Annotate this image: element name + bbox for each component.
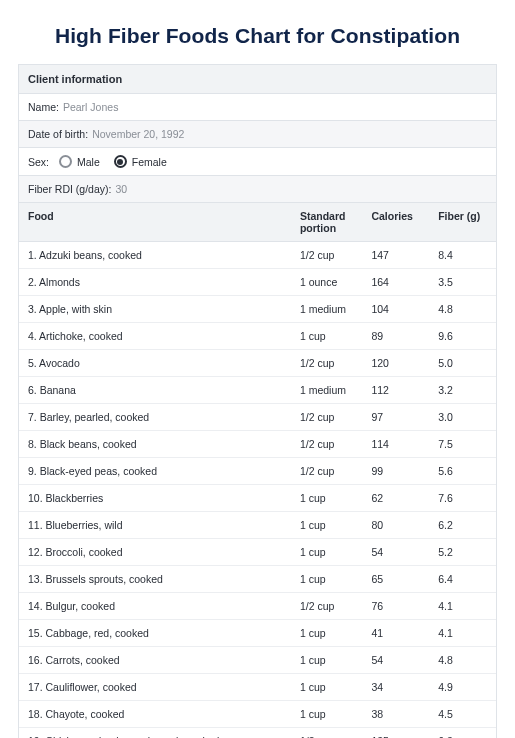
foods-table: Food Standard portion Calories Fiber (g)…	[19, 203, 496, 738]
cell-fiber: 3.5	[429, 269, 496, 296]
table-row: 3. Apple, with skin1 medium1044.8	[19, 296, 496, 323]
table-row: 8. Black beans, cooked1/2 cup1147.5	[19, 431, 496, 458]
cell-calories: 34	[362, 674, 429, 701]
table-row: 2. Almonds1 ounce1643.5	[19, 269, 496, 296]
cell-portion: 1 medium	[291, 377, 363, 404]
cell-calories: 76	[362, 593, 429, 620]
cell-fiber: 4.1	[429, 620, 496, 647]
client-sex-row: Sex: Male Female	[19, 148, 496, 176]
cell-food: 16. Carrots, cooked	[19, 647, 291, 674]
cell-fiber: 5.6	[429, 458, 496, 485]
cell-calories: 41	[362, 620, 429, 647]
cell-food: 13. Brussels sprouts, cooked	[19, 566, 291, 593]
cell-food: 3. Apple, with skin	[19, 296, 291, 323]
table-row: 4. Artichoke, cooked1 cup899.6	[19, 323, 496, 350]
radio-dot-icon	[117, 159, 123, 165]
name-label: Name:	[28, 101, 59, 113]
table-row: 19. Chickpeas (garbanzo beans), cooked1/…	[19, 728, 496, 739]
cell-calories: 65	[362, 566, 429, 593]
dob-label: Date of birth:	[28, 128, 88, 140]
cell-fiber: 7.6	[429, 485, 496, 512]
cell-calories: 62	[362, 485, 429, 512]
cell-portion: 1/2 cup	[291, 404, 363, 431]
cell-portion: 1 ounce	[291, 269, 363, 296]
cell-portion: 1 cup	[291, 512, 363, 539]
cell-food: 6. Banana	[19, 377, 291, 404]
cell-food: 9. Black-eyed peas, cooked	[19, 458, 291, 485]
cell-calories: 54	[362, 539, 429, 566]
cell-fiber: 5.0	[429, 350, 496, 377]
cell-fiber: 4.1	[429, 593, 496, 620]
cell-food: 5. Avocado	[19, 350, 291, 377]
cell-food: 12. Broccoli, cooked	[19, 539, 291, 566]
cell-fiber: 4.8	[429, 296, 496, 323]
cell-food: 19. Chickpeas (garbanzo beans), cooked	[19, 728, 291, 739]
cell-calories: 135	[362, 728, 429, 739]
cell-portion: 1 cup	[291, 323, 363, 350]
sex-label: Sex:	[28, 156, 49, 168]
cell-calories: 89	[362, 323, 429, 350]
col-fiber: Fiber (g)	[429, 203, 496, 242]
cell-portion: 1 medium	[291, 296, 363, 323]
cell-calories: 97	[362, 404, 429, 431]
cell-portion: 1 cup	[291, 647, 363, 674]
radio-ring-icon	[59, 155, 72, 168]
cell-portion: 1 cup	[291, 485, 363, 512]
col-portion: Standard portion	[291, 203, 363, 242]
cell-fiber: 5.2	[429, 539, 496, 566]
cell-food: 7. Barley, pearled, cooked	[19, 404, 291, 431]
cell-portion: 1/2 cup	[291, 242, 363, 269]
table-row: 14. Bulgur, cooked1/2 cup764.1	[19, 593, 496, 620]
table-row: 15. Cabbage, red, cooked1 cup414.1	[19, 620, 496, 647]
table-row: 5. Avocado1/2 cup1205.0	[19, 350, 496, 377]
table-row: 17. Cauliflower, cooked1 cup344.9	[19, 674, 496, 701]
cell-calories: 147	[362, 242, 429, 269]
cell-food: 17. Cauliflower, cooked	[19, 674, 291, 701]
table-row: 16. Carrots, cooked1 cup544.8	[19, 647, 496, 674]
sex-male-label: Male	[77, 156, 100, 168]
sex-female-label: Female	[132, 156, 167, 168]
table-row: 18. Chayote, cooked1 cup384.5	[19, 701, 496, 728]
cell-fiber: 3.0	[429, 404, 496, 431]
cell-fiber: 4.5	[429, 701, 496, 728]
table-row: 6. Banana1 medium1123.2	[19, 377, 496, 404]
cell-calories: 54	[362, 647, 429, 674]
table-row: 7. Barley, pearled, cooked1/2 cup973.0	[19, 404, 496, 431]
cell-food: 1. Adzuki beans, cooked	[19, 242, 291, 269]
cell-food: 8. Black beans, cooked	[19, 431, 291, 458]
cell-fiber: 6.4	[429, 566, 496, 593]
client-dob-row: Date of birth: November 20, 1992	[19, 121, 496, 148]
cell-portion: 1/2 cup	[291, 350, 363, 377]
table-header-row: Food Standard portion Calories Fiber (g)	[19, 203, 496, 242]
col-food: Food	[19, 203, 291, 242]
cell-calories: 112	[362, 377, 429, 404]
cell-calories: 164	[362, 269, 429, 296]
cell-fiber: 9.6	[429, 323, 496, 350]
name-value: Pearl Jones	[63, 101, 118, 113]
col-calories: Calories	[362, 203, 429, 242]
cell-calories: 80	[362, 512, 429, 539]
cell-fiber: 8.4	[429, 242, 496, 269]
cell-fiber: 3.2	[429, 377, 496, 404]
cell-food: 11. Blueberries, wild	[19, 512, 291, 539]
cell-food: 14. Bulgur, cooked	[19, 593, 291, 620]
cell-calories: 99	[362, 458, 429, 485]
sex-radio-female[interactable]: Female	[114, 155, 167, 168]
page-title: High Fiber Foods Chart for Constipation	[18, 24, 497, 48]
table-row: 1. Adzuki beans, cooked1/2 cup1478.4	[19, 242, 496, 269]
table-row: 12. Broccoli, cooked1 cup545.2	[19, 539, 496, 566]
table-row: 13. Brussels sprouts, cooked1 cup656.4	[19, 566, 496, 593]
cell-calories: 120	[362, 350, 429, 377]
cell-food: 10. Blackberries	[19, 485, 291, 512]
sex-radio-male[interactable]: Male	[59, 155, 100, 168]
cell-portion: 1/2 cup	[291, 728, 363, 739]
table-row: 10. Blackberries1 cup627.6	[19, 485, 496, 512]
cell-portion: 1 cup	[291, 566, 363, 593]
client-info-heading: Client information	[19, 65, 496, 94]
dob-value: November 20, 1992	[92, 128, 184, 140]
cell-calories: 38	[362, 701, 429, 728]
radio-ring-icon	[114, 155, 127, 168]
client-info-panel: Client information Name: Pearl Jones Dat…	[18, 64, 497, 738]
cell-portion: 1 cup	[291, 701, 363, 728]
rdi-label: Fiber RDI (g/day):	[28, 183, 111, 195]
